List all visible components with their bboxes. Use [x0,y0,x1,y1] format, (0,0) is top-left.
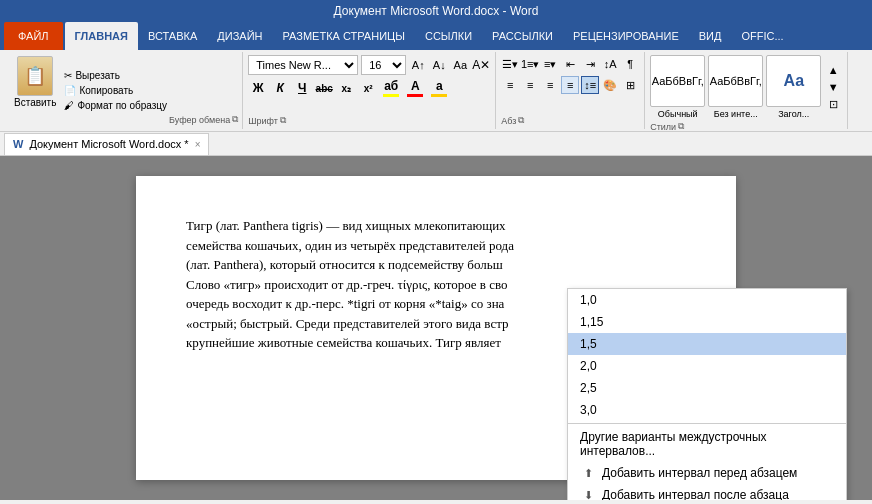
tab-bar: W Документ Microsoft Word.docx * × [0,132,872,156]
borders-button[interactable]: ⊞ [621,76,639,94]
tab-design[interactable]: ДИЗАЙН [207,22,272,50]
align-left-button[interactable]: ≡ [501,76,519,94]
style-normal-label: Обычный [658,109,698,119]
clear-format-button[interactable]: A✕ [472,56,490,74]
superscript-button[interactable]: x² [358,78,378,98]
text-shading-button[interactable]: а [428,79,450,97]
spacing-1.5-item[interactable]: 1,5 [568,333,846,355]
increase-font-button[interactable]: A↑ [409,56,427,74]
document-area: Тигр (лат. Panthera tigris) — вид хищных… [0,156,872,500]
scissors-icon: ✂ [64,70,72,81]
font-name-select[interactable]: Times New R... [248,55,358,75]
style-nospace[interactable]: АаБбВвГг, Без инте... [708,55,763,119]
clipboard-actions: ✂ Вырезать 📄 Копировать 🖌 Формат по обра… [62,54,169,127]
other-spacing-item[interactable]: Другие варианты междустрочных интервалов… [568,426,846,462]
underline-button[interactable]: Ч [292,78,312,98]
document-tab[interactable]: W Документ Microsoft Word.docx * × [4,133,209,155]
ribbon-tabs: ФАЙЛ ГЛАВНАЯ ВСТАВКА ДИЗАЙН РАЗМЕТКА СТР… [0,22,872,50]
subscript-button[interactable]: x₂ [336,78,356,98]
bullets-button[interactable]: ☰▾ [501,55,519,73]
font-expand-icon[interactable]: ⧉ [280,115,286,126]
align-right-button[interactable]: ≡ [541,76,559,94]
shading-button[interactable]: 🎨 [601,76,619,94]
styles-expand-icon[interactable]: ⧉ [678,121,684,132]
styles-group-label: Стили [650,122,676,132]
tab-mailings[interactable]: РАССЫЛКИ [482,22,563,50]
font-size-select[interactable]: 16 [361,55,406,75]
doc-tab-title: Документ Microsoft Word.docx * [29,138,188,150]
text-paragraph-3: (лат. Panthera), который относится к под… [186,255,686,275]
decrease-font-button[interactable]: A↓ [430,56,448,74]
justify-button[interactable]: ≡ [561,76,579,94]
styles-scroll-down[interactable]: ▼ [824,78,842,95]
cut-button[interactable]: ✂ Вырезать [62,69,169,82]
word-icon: W [13,138,23,150]
clipboard-group-label: Буфер обмена [169,115,230,125]
style-heading-preview: Аа [783,72,804,90]
line-spacing-dropdown: 1,0 1,15 1,5 2,0 2,5 3,0 Другие варианты… [567,288,847,500]
format-painter-button[interactable]: 🖌 Формат по образцу [62,99,169,112]
paste-button[interactable]: 📋 Вставить [8,54,62,127]
spacing-2.0-item[interactable]: 2,0 [568,355,846,377]
paragraph-expand-icon[interactable]: ⧉ [518,115,524,126]
text-paragraph-2: семейства кошачьих, один из четырёх пред… [186,236,686,256]
space-before-icon: ⬆ [580,467,596,480]
space-after-icon: ⬇ [580,489,596,501]
line-spacing-button[interactable]: ↕≡ [581,76,599,94]
decrease-indent-button[interactable]: ⇤ [561,55,579,73]
tab-file[interactable]: ФАЙЛ [4,22,63,50]
format-painter-icon: 🖌 [64,100,74,111]
tab-home[interactable]: ГЛАВНАЯ [65,22,138,50]
bold-button[interactable]: Ж [248,78,268,98]
tab-review[interactable]: РЕЦЕНЗИРОВАНИЕ [563,22,689,50]
spacing-3.0-item[interactable]: 3,0 [568,399,846,421]
font-color-button[interactable]: А [404,79,426,97]
increase-indent-button[interactable]: ⇥ [581,55,599,73]
text-paragraph-1: Тигр (лат. Panthera tigris) — вид хищных… [186,216,686,236]
style-heading[interactable]: Аа Загол... [766,55,821,119]
tab-references[interactable]: ССЫЛКИ [415,22,482,50]
style-nospace-label: Без инте... [714,109,758,119]
text-highlight-button[interactable]: аб [380,79,402,97]
tab-layout[interactable]: РАЗМЕТКА СТРАНИЦЫ [272,22,414,50]
style-heading-label: Загол... [778,109,809,119]
paste-icon: 📋 [17,56,53,96]
spacing-1.0-item[interactable]: 1,0 [568,289,846,311]
spacing-1.15-item[interactable]: 1,15 [568,311,846,333]
align-center-button[interactable]: ≡ [521,76,539,94]
font-group-label: Шрифт [248,116,278,126]
tab-office[interactable]: OFFIC... [731,22,793,50]
style-normal[interactable]: АаБбВвГг, Обычный [650,55,705,119]
change-case-button[interactable]: Аа [451,56,469,74]
numbering-button[interactable]: 1≡▾ [521,55,539,73]
styles-scroll-up[interactable]: ▲ [824,61,842,78]
style-nospace-preview: АаБбВвГг, [710,75,762,87]
title-text: Документ Microsoft Word.docx - Word [334,4,539,18]
add-space-before-item[interactable]: ⬆ Добавить интервал перед абзацем [568,462,846,484]
dropdown-divider [568,423,846,424]
styles-expand[interactable]: ⊡ [824,96,842,113]
ribbon-toolbar: 📋 Вставить ✂ Вырезать 📄 Копировать 🖌 Фор… [0,50,872,132]
title-bar: Документ Microsoft Word.docx - Word [0,0,872,22]
italic-button[interactable]: К [270,78,290,98]
paste-label: Вставить [14,97,56,108]
close-tab-button[interactable]: × [195,139,201,150]
copy-button[interactable]: 📄 Копировать [62,84,169,97]
strikethrough-button[interactable]: abc [314,78,334,98]
copy-icon: 📄 [64,85,76,96]
tab-insert[interactable]: ВСТАВКА [138,22,207,50]
show-formatting-button[interactable]: ¶ [621,55,639,73]
add-space-after-item[interactable]: ⬇ Добавить интервал после абзаца [568,484,846,500]
paragraph-group-label: Абз [501,116,516,126]
sort-button[interactable]: ↕A [601,55,619,73]
tab-view[interactable]: ВИД [689,22,732,50]
style-normal-preview: АаБбВвГг, [652,75,704,87]
spacing-2.5-item[interactable]: 2,5 [568,377,846,399]
multilevel-list-button[interactable]: ≡▾ [541,55,559,73]
clipboard-expand-icon[interactable]: ⧉ [232,114,238,125]
